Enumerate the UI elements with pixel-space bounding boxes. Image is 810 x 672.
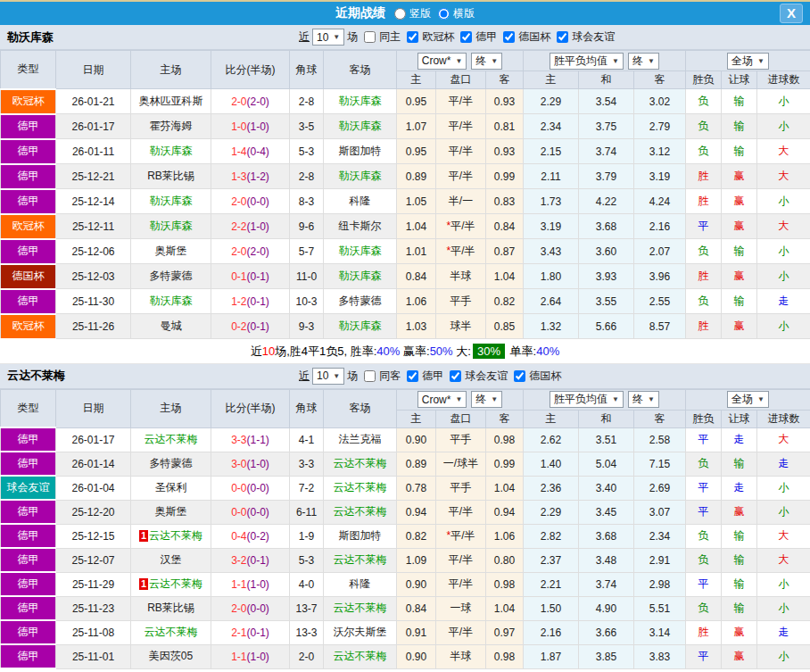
match-row: 德国杯25-12-03多特蒙德0-1(0-1)11-0勒沃库森0.84半球1.0… — [1, 264, 810, 289]
odds-home: 1.04 — [397, 214, 436, 239]
league-label: 球会友谊 — [465, 369, 508, 384]
match-date: 25-12-14 — [56, 189, 131, 214]
crow-select[interactable]: Crow*▼ — [417, 391, 467, 408]
match-row: 德甲25-12-20奥斯堡0-0(0-0)6-11云达不莱梅0.94平/半0.9… — [1, 500, 810, 524]
section-werder-bremen: 云达不莱梅 近10▼场同客德甲球会友谊德国杯 类型 日期 主场 比分(半场) 角… — [0, 364, 810, 670]
final-odds-select[interactable]: 终▼ — [471, 53, 502, 70]
match-count-select[interactable]: 10▼ — [312, 29, 344, 46]
vertical-layout-radio[interactable] — [394, 8, 406, 20]
full-match-select[interactable]: 全场▼ — [727, 391, 769, 408]
away-team: 斯图加特 — [324, 524, 397, 548]
chevron-down-icon: ▼ — [333, 372, 340, 380]
league-checkbox[interactable] — [450, 370, 461, 382]
result-handicap: 输 — [722, 89, 757, 114]
same-venue-checkbox[interactable] — [364, 370, 376, 382]
result-goals: 小 — [757, 596, 810, 620]
col-header-letgoal: 让球 — [722, 71, 757, 89]
match-type-badge: 德甲 — [1, 572, 56, 596]
handicap-line: 半球 — [436, 264, 486, 289]
col-header-odds-home: 主 — [397, 71, 436, 89]
halftime-score: (0-0) — [247, 195, 269, 208]
handicap-line: 平/半 — [436, 572, 486, 596]
away-team-name: 勒沃库森 — [339, 245, 382, 257]
match-type-badge: 德甲 — [1, 189, 56, 214]
section-leverkusen: 勒沃库森 近10▼场同主欧冠杯德甲德国杯球会友谊 类型 日期 主场 比分(半场)… — [0, 25, 810, 364]
match-date: 25-11-29 — [56, 572, 131, 596]
match-type-badge: 德甲 — [1, 139, 56, 164]
match-type-badge: 德甲 — [1, 114, 56, 139]
horizontal-layout-radio[interactable] — [438, 8, 450, 20]
odds-home: 0.95 — [397, 89, 436, 114]
close-button[interactable]: X — [780, 4, 803, 23]
match-row: 欧冠杯25-12-11勒沃库森2-2(1-0)9-6纽卡斯尔1.04*平/半0.… — [1, 214, 810, 239]
big-rate-badge: 30% — [473, 344, 505, 359]
home-team: 云达不莱梅 — [131, 427, 211, 452]
near-link[interactable]: 近 — [299, 369, 310, 384]
league-checkbox[interactable] — [503, 31, 515, 43]
match-score: 2-0(2-0) — [211, 89, 290, 114]
home-team-name: 勒沃库森 — [150, 295, 193, 307]
odds-away: 0.94 — [486, 500, 524, 524]
away-team-name: 多特蒙德 — [339, 295, 382, 307]
league-checkbox[interactable] — [407, 31, 418, 43]
final-avg-select[interactable]: 终▼ — [628, 391, 659, 408]
avg-home: 1.32 — [524, 314, 579, 339]
match-count-select[interactable]: 10▼ — [312, 368, 344, 385]
result-goals: 小 — [757, 114, 810, 139]
summary-count: 10 — [262, 344, 275, 358]
handicap-line: 平/半 — [436, 89, 486, 114]
match-date: 25-11-26 — [56, 314, 131, 339]
result-handicap: 走 — [722, 427, 757, 452]
away-team-name: 法兰克福 — [339, 433, 382, 445]
near-link[interactable]: 近 — [299, 29, 310, 45]
final-odds-select[interactable]: 终▼ — [471, 391, 502, 408]
league-checkbox[interactable] — [557, 31, 568, 43]
section-filter-bar: 勒沃库森 近10▼场同主欧冠杯德甲德国杯球会友谊 — [0, 25, 810, 50]
home-team: RB莱比锡 — [131, 596, 211, 620]
home-team: 奥林匹亚科斯 — [131, 89, 211, 114]
titlebar: 近期战绩 竖版 横版 X — [0, 0, 810, 25]
league-checkbox[interactable] — [407, 370, 418, 382]
home-team: 勒沃库森 — [131, 214, 211, 239]
match-date: 25-12-21 — [56, 164, 131, 189]
avg-draw: 5.66 — [579, 314, 634, 339]
home-team-name: RB莱比锡 — [147, 601, 194, 614]
halftime-score: (1-0) — [247, 578, 269, 591]
match-type-badge: 德甲 — [1, 644, 56, 668]
odds-home: 0.84 — [397, 596, 436, 620]
result-outcome: 平 — [686, 644, 722, 668]
col-header-avg-home: 主 — [524, 71, 579, 89]
away-team: 勒沃库森 — [324, 314, 397, 339]
col-header-date: 日期 — [56, 51, 131, 89]
fulltime-score: 3-3 — [231, 434, 246, 446]
avg-select[interactable]: 胜平负均值▼ — [550, 53, 624, 70]
handicap-line: 平手 — [436, 427, 486, 452]
away-team: 多特蒙德 — [324, 289, 397, 314]
match-date: 26-01-04 — [56, 476, 131, 500]
fulltime-score: 0-2 — [231, 320, 246, 333]
handicap-line: *平/半 — [436, 524, 486, 548]
result-outcome: 负 — [686, 114, 722, 139]
col-header-handicap: 盘口 — [436, 71, 486, 89]
final-avg-select[interactable]: 终▼ — [628, 53, 659, 70]
match-score: 2-1(0-1) — [211, 620, 290, 644]
corner-score: 2-0 — [290, 644, 324, 668]
away-team-name: 科隆 — [350, 195, 371, 207]
home-team: 云达不莱梅 — [131, 620, 211, 644]
league-checkbox[interactable] — [514, 370, 525, 382]
result-handicap: 赢 — [722, 644, 757, 668]
halftime-score: (0-1) — [247, 320, 269, 333]
league-label: 欧冠杯 — [422, 29, 454, 45]
halftime-score: (1-0) — [247, 458, 269, 470]
match-score: 0-1(0-1) — [211, 264, 290, 289]
avg-select[interactable]: 胜平负均值▼ — [550, 391, 624, 408]
full-match-select[interactable]: 全场▼ — [727, 53, 769, 70]
same-venue-checkbox[interactable] — [364, 31, 376, 43]
match-date: 25-11-08 — [56, 620, 131, 644]
league-checkbox[interactable] — [460, 31, 472, 43]
fulltime-score: 1-3 — [231, 170, 246, 183]
match-score: 1-3(1-2) — [211, 164, 290, 189]
home-team: 1云达不莱梅 — [131, 524, 211, 548]
fulltime-score: 0-1 — [231, 270, 246, 283]
crow-select[interactable]: Crow*▼ — [417, 53, 467, 70]
